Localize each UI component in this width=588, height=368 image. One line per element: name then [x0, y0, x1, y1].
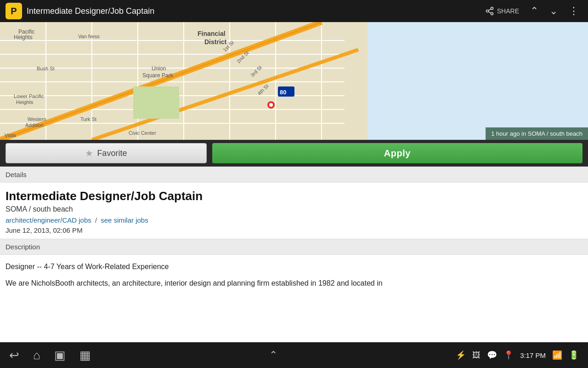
star-icon: ★: [85, 148, 93, 159]
svg-rect-24: [133, 86, 179, 119]
map-timestamp: 1 hour ago in SOMA / south beach: [486, 127, 588, 140]
app-logo: P: [6, 3, 22, 19]
job-details: Intermediate Designer/Job Captain SOMA /…: [0, 183, 588, 239]
svg-line-3: [488, 12, 491, 13]
job-links: architect/engineer/CAD jobs / see simila…: [6, 216, 582, 224]
share-icon: [485, 6, 494, 16]
link-separator: /: [95, 216, 97, 224]
svg-text:Financial: Financial: [198, 30, 226, 37]
prev-button[interactable]: ⌃: [526, 4, 542, 18]
svg-text:Bush St: Bush St: [37, 66, 55, 71]
favorite-label: Favorite: [97, 149, 127, 158]
bottom-nav-left: ↩ ⌂ ▣ ▦: [9, 348, 91, 362]
svg-text:Addition: Addition: [25, 122, 44, 128]
svg-text:Lower Pacific: Lower Pacific: [14, 93, 44, 99]
up-button[interactable]: ⌃: [269, 349, 277, 361]
job-title: Intermediate Designer/Job Captain: [6, 189, 582, 203]
usb-icon: ⚡: [456, 350, 466, 360]
svg-text:Heights: Heights: [14, 34, 33, 40]
details-section-header: Details: [0, 167, 588, 183]
back-button[interactable]: ↩: [9, 348, 19, 362]
recents-button[interactable]: ▣: [54, 348, 66, 362]
maps-icon: 📍: [503, 350, 514, 360]
svg-text:Heights: Heights: [16, 99, 34, 105]
job-date: June 12, 2013, 02:06 PM: [6, 226, 582, 234]
svg-text:Van Ness: Van Ness: [78, 34, 100, 39]
svg-point-0: [491, 7, 493, 10]
job-location: SOMA / south beach: [6, 205, 582, 213]
action-bar: ★ Favorite Apply: [0, 140, 588, 167]
category-link[interactable]: architect/engineer/CAD jobs: [6, 216, 91, 224]
wifi-icon: 📶: [552, 350, 562, 360]
image-icon: 🖼: [472, 351, 481, 360]
svg-text:Union: Union: [152, 65, 166, 72]
bottom-nav-center: ⌃: [269, 349, 277, 361]
description-section-header: Description: [0, 239, 588, 255]
bottom-nav-right: ⚡ 🖼 💬 📍 3:17 PM 📶 🔋: [456, 350, 579, 360]
app-title: Intermediate Designer/Job Captain: [27, 6, 481, 16]
svg-line-4: [488, 9, 491, 10]
svg-point-2: [491, 12, 493, 15]
description-text-1: Designer -- 4-7 Years of Work-Related Ex…: [6, 261, 582, 272]
bottom-nav-bar: ↩ ⌂ ▣ ▦ ⌃ ⚡ 🖼 💬 📍 3:17 PM 📶 🔋: [0, 342, 588, 368]
svg-point-1: [486, 10, 488, 12]
description-body: Designer -- 4-7 Years of Work-Related Ex…: [0, 255, 588, 295]
svg-text:Square Park: Square Park: [142, 72, 174, 79]
screenshot-button[interactable]: ▦: [79, 348, 91, 362]
favorite-button[interactable]: ★ Favorite: [6, 143, 207, 163]
clock: 3:17 PM: [520, 351, 546, 359]
overflow-menu-button[interactable]: ⋮: [565, 3, 582, 19]
home-button[interactable]: ⌂: [33, 348, 40, 362]
svg-text:District: District: [204, 38, 227, 46]
map-view[interactable]: Pacific Heights Bush St Van Ness Union S…: [0, 22, 588, 140]
next-button[interactable]: ⌄: [546, 4, 561, 18]
svg-point-47: [269, 103, 273, 107]
map-svg: Pacific Heights Bush St Van Ness Union S…: [0, 22, 588, 140]
notification-icon: 💬: [487, 350, 497, 360]
description-text-2: We are NicholsBooth architects, an archi…: [6, 278, 582, 289]
battery-icon: 🔋: [569, 350, 579, 360]
svg-text:Vista: Vista: [5, 132, 16, 138]
share-label: SHARE: [497, 7, 519, 15]
top-bar-actions: SHARE ⌃ ⌄ ⋮: [481, 3, 582, 19]
svg-text:Western: Western: [28, 116, 46, 122]
svg-text:Turk St: Turk St: [80, 116, 96, 122]
svg-text:Civic Center: Civic Center: [129, 130, 156, 136]
similar-jobs-link[interactable]: see similar jobs: [101, 216, 148, 224]
apply-label: Apply: [384, 148, 411, 159]
apply-button[interactable]: Apply: [212, 143, 582, 163]
share-button[interactable]: SHARE: [481, 5, 523, 17]
top-bar: P Intermediate Designer/Job Captain SHAR…: [0, 0, 588, 22]
svg-text:80: 80: [280, 89, 286, 96]
